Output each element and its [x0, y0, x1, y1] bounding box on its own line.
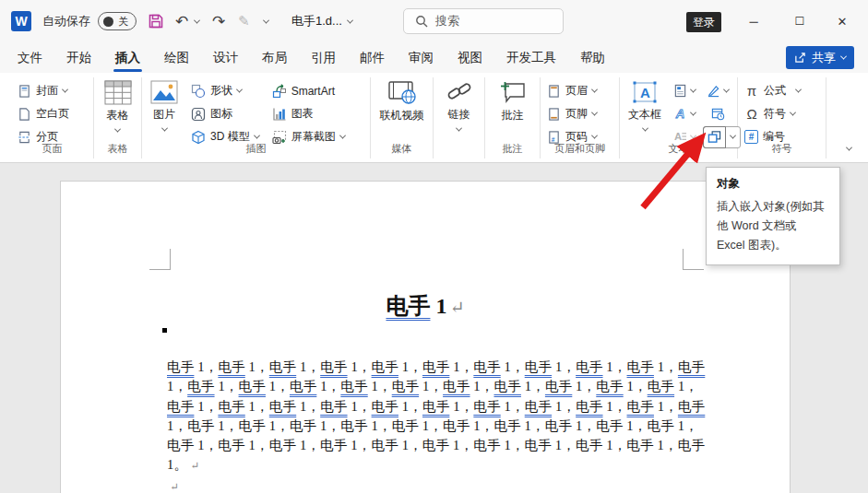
word-logo-letter: W — [11, 11, 31, 31]
cover-page-icon — [18, 84, 31, 99]
doc-linked-text: 电手 — [473, 399, 500, 414]
smartart-button[interactable]: SmartArt — [269, 79, 348, 102]
tab-layout[interactable]: 布局 — [250, 42, 299, 73]
group-table: 表格 表格 — [94, 77, 142, 158]
pen-icon: ✎ — [238, 13, 250, 29]
redo-icon: ↷ — [212, 12, 225, 31]
doc-text: 1， — [603, 359, 627, 374]
search-placeholder: 搜索 — [435, 13, 459, 29]
shapes-button[interactable]: 形状 — [188, 79, 262, 102]
tab-draw[interactable]: 绘图 — [152, 42, 201, 73]
tab-references[interactable]: 引用 — [299, 42, 348, 73]
doc-text: 1， — [674, 379, 698, 393]
doc-text: 电手 1，电手 1，电手 1，电手 1，电手 1，电手 1，电手 1，电手 1，… — [167, 438, 705, 452]
tab-mailings[interactable]: 邮件 — [348, 42, 397, 73]
picture-button[interactable]: 图片 — [146, 79, 183, 148]
footer-button[interactable]: 页脚 — [544, 102, 615, 125]
icons-icon — [191, 107, 206, 122]
draw-pen-button[interactable]: ✎ — [238, 0, 250, 42]
tab-insert[interactable]: 插入 — [103, 42, 152, 73]
group-media: 联机视频 媒体 — [371, 77, 434, 158]
tab-developer[interactable]: 开发工具 — [494, 42, 568, 73]
group-text: A 文本框 — [620, 77, 738, 158]
text-box-button[interactable]: A 文本框 — [624, 79, 666, 148]
icons-button[interactable]: 图标 — [188, 102, 262, 125]
undo-dropdown[interactable] — [195, 0, 199, 42]
collapse-ribbon-button[interactable] — [847, 138, 851, 155]
blank-page-button[interactable]: 空白页 — [15, 102, 89, 125]
doc-linked-text: 电手 — [494, 379, 521, 393]
online-video-button[interactable]: 联机视频 — [375, 79, 429, 123]
autosave-toggle[interactable]: 关 — [98, 0, 137, 42]
document-page[interactable]: 电手 1↵ 电手 1，电手 1，电手 1，电手 1，电手 1，电手 1，电手 1… — [60, 181, 791, 493]
group-label-comments: 批注 — [485, 142, 540, 156]
doc-linked-text: 电手 — [473, 359, 500, 374]
comment-button[interactable]: 批注 — [489, 79, 536, 123]
text-box-icon: A — [632, 80, 658, 104]
table-button[interactable]: 表格 — [98, 79, 137, 133]
symbol-button[interactable]: Ω 符号 — [742, 102, 822, 125]
document-title-menu[interactable]: 电手1.d... — [291, 0, 352, 42]
doc-text: 1， — [449, 359, 473, 374]
heading-suffix: 1 — [430, 294, 446, 318]
doc-text: 1， — [501, 359, 525, 374]
link-button[interactable]: 链接 — [437, 79, 481, 132]
word-logo-icon[interactable]: W — [11, 0, 31, 42]
equation-pi-icon: π — [744, 83, 759, 99]
search-input[interactable]: 搜索 — [403, 8, 564, 34]
chart-button[interactable]: 图表 — [269, 102, 348, 125]
date-time-button[interactable] — [701, 102, 734, 125]
group-links: 链接 — [434, 77, 485, 158]
ribbon-tabs: 文件开始插入绘图设计布局引用邮件审阅视图开发工具帮助 — [0, 42, 868, 73]
margin-crop-mark-right — [683, 249, 704, 270]
paragraph-mark: ↵ — [190, 460, 199, 472]
tooltip-line: 他 Word 文档或 — [717, 217, 829, 236]
doc-text: 1， — [501, 399, 525, 414]
blank-page-icon — [18, 107, 31, 122]
tab-design[interactable]: 设计 — [201, 42, 250, 73]
minimize-button[interactable]: ─ — [738, 0, 769, 42]
ribbon: 封面 空白页 分页 页面 — [0, 73, 868, 163]
tooltip-line: Excel 图表)。 — [717, 236, 829, 255]
doc-linked-text: 电手 — [392, 379, 419, 393]
cover-page-button[interactable]: 封面 — [15, 79, 89, 102]
paragraph-mark: ↵ — [449, 298, 464, 317]
share-button[interactable]: 共享 — [786, 46, 854, 69]
doc-line: 1，电手 1，电手 1，电手 1，电手 1，电手 1，电手 1，电手 1，电手 … — [167, 377, 697, 396]
doc-linked-text: 电手 — [320, 399, 347, 414]
autosave-state: 关 — [118, 15, 128, 29]
sign-in-button[interactable]: 登录 — [686, 12, 721, 32]
tab-file[interactable]: 文件 — [6, 42, 54, 73]
header-icon — [547, 84, 561, 99]
doc-line: 1，电手 1，电手 1，电手 1，电手 1，电手 1，电手 1，电手 1，电手 … — [167, 417, 697, 436]
group-label-header-footer: 页眉和页脚 — [541, 142, 619, 156]
group-header-footer: 页眉 页脚 # 页码 页眉和页脚 — [541, 77, 620, 158]
save-button[interactable] — [148, 0, 164, 42]
doc-linked-text: 电手 — [443, 379, 470, 393]
undo-button[interactable]: ↶ — [175, 0, 188, 42]
header-button[interactable]: 页眉 — [544, 79, 615, 102]
close-button[interactable]: ✕ — [826, 0, 858, 42]
signature-line-button[interactable] — [701, 79, 734, 102]
doc-text: 1， — [348, 359, 372, 374]
quick-parts-button[interactable] — [668, 79, 701, 102]
wordart-button[interactable]: A — [668, 102, 701, 125]
symbol-omega-icon: Ω — [744, 106, 759, 122]
heading-linked-text: 电手 — [386, 294, 430, 318]
doc-linked-text: 电手 — [525, 359, 552, 374]
tab-home[interactable]: 开始 — [54, 42, 103, 73]
chart-label: 图表 — [291, 106, 314, 122]
equation-button[interactable]: π 公式 — [742, 79, 822, 102]
doc-line: ↵ — [167, 476, 697, 493]
group-symbols: π 公式 Ω 符号 # 编号 符号 — [738, 77, 826, 158]
group-comments: 批注 批注 — [485, 77, 541, 158]
maximize-button[interactable]: ☐ — [784, 0, 815, 42]
doc-linked-text: 电手 — [678, 359, 705, 374]
tab-help[interactable]: 帮助 — [568, 42, 617, 73]
undo-icon: ↶ — [175, 12, 188, 31]
quick-access-toolbar-dropdown[interactable] — [264, 0, 268, 42]
tab-view[interactable]: 视图 — [446, 42, 494, 73]
tab-review[interactable]: 审阅 — [397, 42, 446, 73]
doc-linked-text: 电手 — [422, 359, 449, 374]
redo-button[interactable]: ↷ — [212, 0, 225, 42]
